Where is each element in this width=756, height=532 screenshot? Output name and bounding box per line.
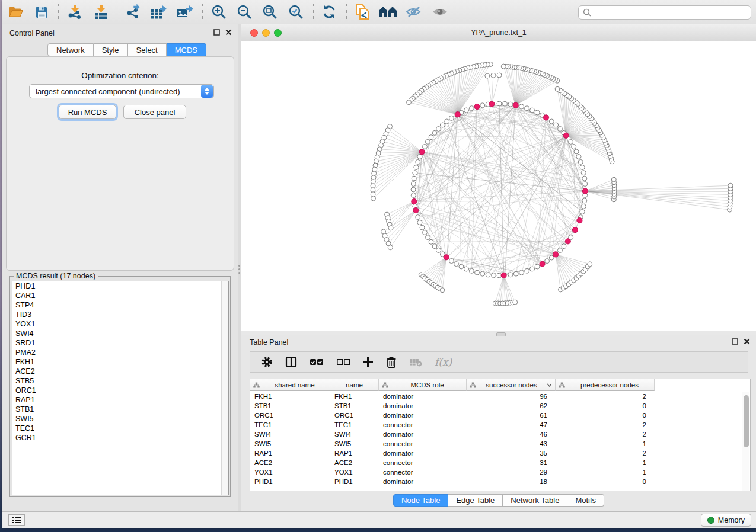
show-all-eye-icon[interactable] [430,2,450,21]
mcds-result-item[interactable]: STB5 [12,376,228,386]
float-panel-icon[interactable] [213,29,220,36]
tab-node-table[interactable]: Node Table [393,494,449,507]
table-cell[interactable]: SWI5 [330,439,379,448]
mcds-result-item[interactable]: PHD1 [12,281,228,291]
export-image-icon[interactable] [174,2,194,21]
table-row[interactable]: SWI5SWI5connector431 [250,439,655,448]
import-network-icon[interactable] [65,2,85,21]
close-panel-button[interactable]: Close panel [123,105,186,119]
save-icon[interactable] [31,2,52,21]
table-cell[interactable]: dominator [379,477,467,486]
table-cell[interactable]: ORC1 [330,411,379,420]
table-row[interactable]: RAP1RAP1dominator352 [250,448,655,458]
tab-mcds[interactable]: MCDS [167,43,206,56]
tab-select[interactable]: Select [128,43,167,56]
clone-network-icon[interactable] [352,2,372,21]
table-cell[interactable]: connector [379,467,467,477]
column-header-mcds-role[interactable]: MCDS role [379,379,467,391]
table-cell[interactable]: 35 [467,448,556,458]
unselect-all-columns-icon[interactable] [336,355,350,369]
network-canvas[interactable] [241,41,756,331]
table-row[interactable]: ORC1ORC1dominator610 [250,411,655,420]
table-row[interactable]: STB1STB1dominator620 [250,401,655,411]
table-cell[interactable]: STB1 [250,401,330,411]
network-window-titlebar[interactable]: YPA_prune.txt_1 [241,24,756,41]
tab-network-table[interactable]: Network Table [503,494,567,507]
tab-motifs[interactable]: Motifs [567,494,604,507]
table-cell[interactable]: 18 [467,477,556,486]
mcds-result-item[interactable]: TID3 [12,310,228,319]
mcds-result-item[interactable]: SWI5 [12,414,228,424]
table-cell[interactable]: 2 [556,392,655,401]
table-row[interactable]: ACE2ACE2connector311 [250,458,655,467]
export-network-icon[interactable] [125,2,145,21]
table-cell[interactable]: 96 [467,392,556,401]
mcds-list-scrollbar[interactable] [221,281,228,495]
table-cell[interactable]: PHD1 [250,477,330,486]
refresh-icon[interactable] [319,2,339,21]
horizontal-splitter-handle[interactable] [496,332,506,336]
table-cell[interactable]: RAP1 [330,448,379,458]
zoom-in-icon[interactable] [209,2,229,21]
table-row[interactable]: SWI4SWI4dominator462 [250,430,655,439]
table-cell[interactable]: 0 [556,401,655,411]
table-cell[interactable]: ORC1 [250,411,330,420]
close-table-panel-icon[interactable] [744,338,750,345]
create-column-plus-icon[interactable] [363,355,374,369]
mcds-result-item[interactable]: SRD1 [12,338,228,348]
mcds-result-item[interactable]: FKH1 [12,357,228,367]
table-cell[interactable]: 43 [467,439,556,448]
column-header-successor-nodes[interactable]: successor nodes [467,379,556,391]
mcds-result-item[interactable]: STP4 [12,300,228,310]
search-box[interactable] [578,5,751,20]
table-cell[interactable]: ACE2 [250,458,330,467]
table-cell[interactable]: YOX1 [250,467,330,477]
mcds-result-item[interactable]: PMA2 [12,348,228,357]
table-cell[interactable]: dominator [379,448,467,458]
hide-selected-eye-icon[interactable] [404,2,424,21]
search-input[interactable] [594,8,751,17]
mcds-result-item[interactable]: ACE2 [12,367,228,376]
table-cell[interactable]: 2 [556,420,655,430]
import-table-icon[interactable] [91,2,111,21]
table-cell[interactable]: 1 [556,467,655,477]
mcds-result-item[interactable]: ORC1 [12,386,228,395]
table-settings-gear-icon[interactable] [261,355,273,369]
table-cell[interactable]: 1 [556,458,655,467]
tab-style[interactable]: Style [94,43,128,56]
table-row[interactable]: PHD1PHD1dominator180 [250,477,655,486]
zoom-out-icon[interactable] [234,2,254,21]
table-scrollbar[interactable] [742,392,749,491]
tab-edge-table[interactable]: Edge Table [448,494,503,507]
column-header-shared-name[interactable]: shared name [250,379,330,391]
table-cell[interactable]: connector [379,458,467,467]
table-cell[interactable]: SWI5 [250,439,330,448]
table-cell[interactable]: 29 [467,467,556,477]
table-cell[interactable]: 31 [467,458,556,467]
node-table[interactable]: shared name name MCDS role successor nod… [250,379,751,491]
table-cell[interactable]: dominator [379,401,467,411]
table-cell[interactable]: connector [379,420,467,430]
zoom-fit-icon[interactable] [260,2,280,21]
table-cell[interactable]: RAP1 [250,448,330,458]
mcds-result-item[interactable]: GCR1 [12,433,228,443]
table-cell[interactable]: 2 [556,448,655,458]
float-table-panel-icon[interactable] [732,338,738,345]
optimization-criterion-select[interactable]: largest connected component (undirected) [29,84,214,98]
table-cell[interactable]: 62 [467,401,556,411]
delete-column-trash-icon[interactable] [386,355,397,369]
mcds-result-item[interactable]: TEC1 [12,424,228,433]
table-cell[interactable]: PHD1 [330,477,379,486]
table-cell[interactable]: 1 [556,439,655,448]
table-cell[interactable]: YOX1 [330,467,379,477]
run-mcds-button[interactable]: Run MCDS [59,105,116,119]
table-cell[interactable]: 46 [467,430,556,439]
houses-icon[interactable] [378,2,398,21]
table-cell[interactable]: 0 [556,411,655,420]
select-all-columns-icon[interactable] [310,355,324,369]
table-cell[interactable]: TEC1 [330,420,379,430]
column-header-predecessor-nodes[interactable]: predecessor nodes [556,379,655,391]
table-cell[interactable]: dominator [379,392,467,401]
memory-button[interactable]: Memory [701,514,751,527]
table-cell[interactable]: 47 [467,420,556,430]
